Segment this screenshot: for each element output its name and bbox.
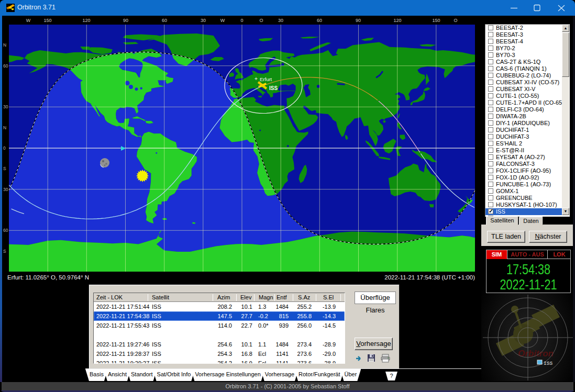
- svg-text:+: +: [255, 76, 258, 82]
- svg-text:ISS: ISS: [544, 361, 552, 366]
- svg-text:ISS: ISS: [269, 85, 278, 91]
- svg-text:Erfurt: Erfurt: [260, 76, 272, 82]
